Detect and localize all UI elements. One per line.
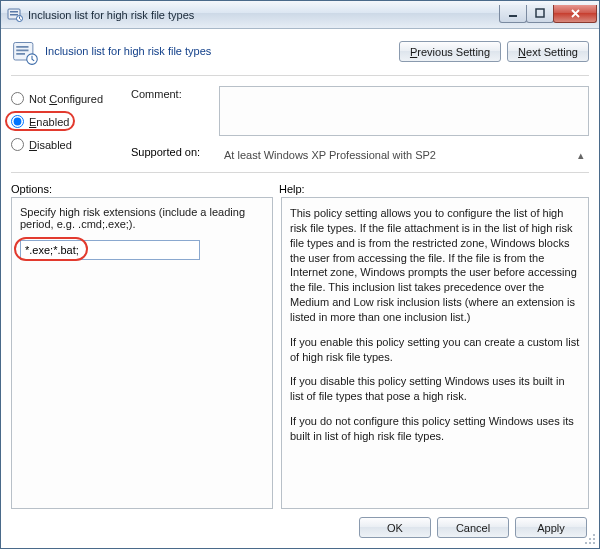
pane-labels: Options: Help: xyxy=(11,173,589,197)
titlebar[interactable]: Inclusion list for high risk file types xyxy=(1,1,599,29)
help-p2: If you enable this policy setting you ca… xyxy=(290,335,580,365)
policy-icon xyxy=(7,7,23,23)
state-radios: Not Configured Enabled Disabled xyxy=(11,86,131,164)
spec-label: Specify high risk extensions (include a … xyxy=(20,206,264,230)
panes: Specify high risk extensions (include a … xyxy=(11,197,589,509)
help-label: Help: xyxy=(279,183,305,195)
radio-disabled-input[interactable] xyxy=(11,138,24,151)
next-label: ext Setting xyxy=(526,46,578,58)
minimize-icon xyxy=(508,8,518,18)
config-rhs: Comment: Supported on: At least Windows … xyxy=(131,86,589,164)
cancel-button[interactable]: Cancel xyxy=(437,517,509,538)
prev-label: revious Setting xyxy=(417,46,490,58)
close-button[interactable] xyxy=(553,5,597,23)
svg-rect-9 xyxy=(16,53,25,55)
radio-disabled[interactable]: Disabled xyxy=(11,138,131,151)
maximize-icon xyxy=(535,8,545,18)
svg-rect-5 xyxy=(536,9,544,17)
close-icon xyxy=(570,8,581,19)
radio-not-configured[interactable]: Not Configured xyxy=(11,92,131,105)
help-p1: This policy setting allows you to config… xyxy=(290,206,580,325)
radio-not-configured-label: Not Configured xyxy=(29,93,103,105)
svg-point-12 xyxy=(593,538,595,540)
comment-label: Comment: xyxy=(131,86,219,136)
help-pane[interactable]: This policy setting allows you to config… xyxy=(281,197,589,509)
svg-rect-7 xyxy=(16,46,28,48)
radio-enabled[interactable]: Enabled xyxy=(11,115,131,128)
policy-large-icon xyxy=(11,39,39,67)
extensions-field[interactable] xyxy=(20,240,200,260)
previous-setting-button[interactable]: Previous Setting xyxy=(399,41,501,62)
svg-point-13 xyxy=(589,538,591,540)
next-setting-button[interactable]: Next Setting xyxy=(507,41,589,62)
options-label: Options: xyxy=(11,183,279,195)
ext-wrap xyxy=(20,240,200,260)
radio-enabled-input[interactable] xyxy=(11,115,24,128)
svg-rect-2 xyxy=(10,14,18,16)
policy-dialog: Inclusion list for high risk file types … xyxy=(0,0,600,549)
window-buttons xyxy=(500,5,597,25)
supported-label: Supported on: xyxy=(131,146,219,164)
radio-not-configured-input[interactable] xyxy=(11,92,24,105)
apply-button[interactable]: Apply xyxy=(515,517,587,538)
window-title: Inclusion list for high risk file types xyxy=(28,9,194,21)
header-row: Inclusion list for high risk file types … xyxy=(11,37,589,76)
help-p4: If you do not configure this policy sett… xyxy=(290,414,580,444)
policy-title: Inclusion list for high risk file types xyxy=(45,45,211,57)
svg-rect-4 xyxy=(509,15,517,17)
supported-scroll-up-icon[interactable]: ▴ xyxy=(573,146,589,164)
comment-field[interactable] xyxy=(219,86,589,136)
nav-buttons: Previous Setting Next Setting xyxy=(399,41,589,62)
ok-button[interactable]: OK xyxy=(359,517,431,538)
radio-disabled-label: Disabled xyxy=(29,139,72,151)
svg-point-16 xyxy=(585,542,587,544)
radio-enabled-label: Enabled xyxy=(29,116,69,128)
maximize-button[interactable] xyxy=(526,5,554,23)
supported-value: At least Windows XP Professional with SP… xyxy=(219,146,573,164)
resize-grip-icon[interactable] xyxy=(583,532,597,546)
svg-rect-1 xyxy=(10,11,18,13)
config-section: Not Configured Enabled Disabled Comment: xyxy=(11,76,589,173)
dialog-content: Inclusion list for high risk file types … xyxy=(1,29,599,548)
svg-point-15 xyxy=(589,542,591,544)
svg-point-14 xyxy=(593,542,595,544)
svg-point-11 xyxy=(593,534,595,536)
minimize-button[interactable] xyxy=(499,5,527,23)
options-pane: Specify high risk extensions (include a … xyxy=(11,197,273,509)
svg-rect-8 xyxy=(16,50,28,52)
help-p3: If you disable this policy setting Windo… xyxy=(290,374,580,404)
dialog-footer: OK Cancel Apply xyxy=(11,509,589,540)
